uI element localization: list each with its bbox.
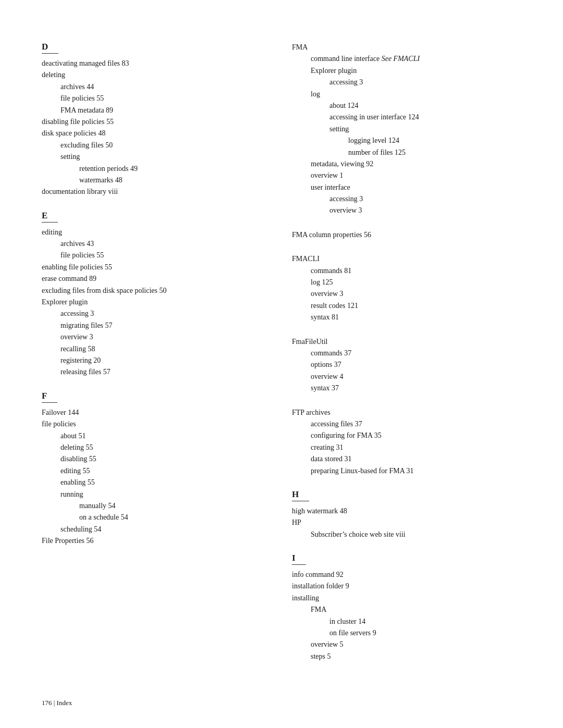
- index-entry: deleting: [42, 69, 271, 81]
- index-entry: result codes 121: [292, 300, 521, 312]
- index-entry: on a schedule 54: [42, 512, 271, 523]
- entry-group: deactivating managed files 83deletingarc…: [42, 58, 271, 198]
- index-entry: running: [42, 489, 271, 500]
- index-entry: accessing 3: [292, 77, 521, 88]
- entry-group: info command 92installation folder 9inst…: [292, 569, 521, 662]
- index-entry: syntax 37: [292, 382, 521, 394]
- index-entry: in cluster 14: [292, 616, 521, 627]
- index-entry: setting: [42, 151, 271, 163]
- italic-text: See FMACLI: [382, 55, 420, 63]
- section-FmaFileUtil: FmaFileUtilcommands 37options 37overview…: [292, 336, 521, 394]
- section-D: Ddeactivating managed files 83deletingar…: [42, 42, 271, 198]
- index-entry: accessing 3: [292, 193, 521, 205]
- entry-group: FMACLIcommands 81log 125overview 3result…: [292, 253, 521, 323]
- index-entry: logging level 124: [292, 135, 521, 146]
- index-entry: migrating files 57: [42, 320, 271, 331]
- index-entry: high watermark 48: [292, 505, 521, 517]
- index-entry: registering 20: [42, 355, 271, 366]
- index-entry: steps 5: [292, 651, 521, 662]
- index-entry: setting: [292, 124, 521, 135]
- footer-text: 176 | Index: [42, 699, 72, 707]
- index-entry: recalling 58: [42, 343, 271, 355]
- section-F: FFailover 144file policiesabout 51deleti…: [42, 391, 271, 547]
- index-entry: excluding files from disk space policies…: [42, 285, 271, 297]
- index-entry: Failover 144: [42, 407, 271, 418]
- section-FMA: FMAcommand line interface See FMACLIExpl…: [292, 42, 521, 217]
- index-entry: FmaFileUtil: [292, 336, 521, 348]
- index-entry: commands 37: [292, 348, 521, 359]
- index-entry: releasing files 57: [42, 366, 271, 378]
- index-entry: enabling 55: [42, 477, 271, 488]
- index-entry: data stored 31: [292, 453, 521, 465]
- entry-group: editingarchives 43file policies 55enabli…: [42, 227, 271, 378]
- right-column: FMAcommand line interface See FMACLIExpl…: [292, 42, 521, 675]
- index-entry: user interface: [292, 182, 521, 193]
- index-entry: HP: [292, 517, 521, 528]
- section-header: D: [42, 42, 58, 54]
- index-entry: number of files 125: [292, 147, 521, 158]
- index-entry: file policies 55: [42, 250, 271, 261]
- section-H: Hhigh watermark 48HPSubscriber’s choice …: [292, 489, 521, 540]
- index-entry: FMA: [292, 604, 521, 615]
- index-entry: disabling file policies 55: [42, 116, 271, 128]
- section-header: E: [42, 211, 58, 223]
- index-entry: overview 3: [292, 288, 521, 300]
- index-entry: archives 43: [42, 238, 271, 250]
- entry-group: FTP archivesaccessing files 37configurin…: [292, 407, 521, 477]
- index-entry: preparing Linux-based for FMA 31: [292, 465, 521, 477]
- section-header: H: [292, 489, 309, 501]
- entry-group: FMAcommand line interface See FMACLIExpl…: [292, 42, 521, 217]
- index-entry: overview 5: [292, 639, 521, 650]
- index-entry: editing 55: [42, 465, 271, 477]
- index-entry: documentation library viii: [42, 186, 271, 198]
- index-entry: accessing 3: [42, 308, 271, 319]
- section-I: Iinfo command 92installation folder 9ins…: [292, 553, 521, 662]
- section-FMA_col: FMA column properties 56: [292, 229, 521, 241]
- index-entry: disabling 55: [42, 453, 271, 465]
- index-entry: watermarks 48: [42, 175, 271, 186]
- index-entry: on file servers 9: [292, 627, 521, 639]
- section-FTP: FTP archivesaccessing files 37configurin…: [292, 407, 521, 477]
- index-entry: excluding files 50: [42, 140, 271, 151]
- index-entry: metadata, viewing 92: [292, 158, 521, 170]
- index-entry: file policies: [42, 418, 271, 430]
- page: Ddeactivating managed files 83deletingar…: [0, 0, 563, 728]
- index-entry: FMACLI: [292, 253, 521, 265]
- index-entry: scheduling 54: [42, 524, 271, 535]
- entry-group: high watermark 48HPSubscriber’s choice w…: [292, 505, 521, 540]
- entry-group: Failover 144file policiesabout 51deletin…: [42, 407, 271, 547]
- index-entry: Explorer plugin: [42, 297, 271, 308]
- index-entry: deactivating managed files 83: [42, 58, 271, 69]
- index-entry: overview 3: [292, 205, 521, 216]
- content-columns: Ddeactivating managed files 83deletingar…: [42, 42, 521, 675]
- index-entry: syntax 81: [292, 312, 521, 323]
- index-entry: log 125: [292, 277, 521, 288]
- page-footer: 176 | Index: [42, 699, 72, 707]
- index-entry: overview 1: [292, 170, 521, 181]
- entry-group: FmaFileUtilcommands 37options 37overview…: [292, 336, 521, 394]
- index-entry: command line interface See FMACLI: [292, 53, 521, 65]
- entry-group: FMA column properties 56: [292, 229, 521, 241]
- section-header: F: [42, 391, 57, 403]
- index-entry: options 37: [292, 359, 521, 371]
- index-entry: FTP archives: [292, 407, 521, 418]
- section-FMACLI: FMACLIcommands 81log 125overview 3result…: [292, 253, 521, 323]
- index-entry: archives 44: [42, 81, 271, 93]
- index-entry: commands 81: [292, 265, 521, 277]
- index-entry: FMA metadata 89: [42, 105, 271, 116]
- section-header: I: [292, 553, 306, 565]
- index-entry: installing: [292, 593, 521, 604]
- index-entry: overview 3: [42, 331, 271, 343]
- index-entry: retention periods 49: [42, 163, 271, 175]
- left-column: Ddeactivating managed files 83deletingar…: [42, 42, 271, 675]
- index-entry: deleting 55: [42, 442, 271, 453]
- index-entry: log: [292, 89, 521, 100]
- index-entry: FMA column properties 56: [292, 229, 521, 241]
- index-entry: disk space policies 48: [42, 128, 271, 139]
- index-entry: creating 31: [292, 442, 521, 453]
- index-entry: erase command 89: [42, 273, 271, 285]
- index-entry: editing: [42, 227, 271, 238]
- section-E: Eeditingarchives 43file policies 55enabl…: [42, 211, 271, 378]
- index-entry: manually 54: [42, 500, 271, 512]
- index-entry: accessing files 37: [292, 418, 521, 430]
